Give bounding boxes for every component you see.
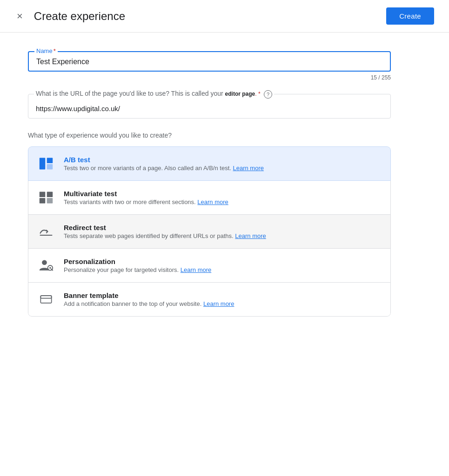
personalization-content: Personalization Personalize your page fo… bbox=[64, 258, 381, 273]
experience-item-personalization[interactable]: Personalization Personalize your page fo… bbox=[28, 248, 391, 283]
multivariate-content: Multivariate test Tests variants with tw… bbox=[64, 190, 381, 205]
name-label: Name* bbox=[34, 47, 58, 54]
multivariate-desc: Tests variants with two or more differen… bbox=[64, 198, 381, 205]
banner-learn-more[interactable]: Learn more bbox=[203, 300, 234, 307]
svg-rect-2 bbox=[47, 164, 53, 170]
url-label: What is the URL of the page you'd like t… bbox=[34, 90, 274, 99]
experience-item-redirect[interactable]: Redirect test Tests separate web pages i… bbox=[28, 214, 391, 249]
experience-item-ab-test[interactable]: A/B test Tests two or more variants of a… bbox=[28, 146, 391, 181]
create-button[interactable]: Create bbox=[386, 7, 434, 25]
header: × Create experience Create bbox=[0, 0, 449, 33]
experience-item-banner[interactable]: Banner template Add a notification banne… bbox=[28, 282, 391, 317]
banner-desc: Add a notification banner to the top of … bbox=[64, 300, 381, 307]
url-label-bold: editor page bbox=[225, 91, 255, 97]
redirect-title: Redirect test bbox=[64, 224, 381, 231]
redirect-icon bbox=[38, 223, 54, 240]
ab-test-icon bbox=[38, 155, 54, 172]
svg-point-10 bbox=[49, 267, 51, 269]
redirect-desc: Tests separate web pages identified by d… bbox=[64, 232, 381, 239]
ab-test-desc: Tests two or more variants of a page. Al… bbox=[64, 165, 381, 172]
name-required-marker: * bbox=[54, 47, 56, 54]
redirect-learn-more[interactable]: Learn more bbox=[235, 232, 266, 239]
svg-rect-12 bbox=[40, 296, 51, 298]
redirect-content: Redirect test Tests separate web pages i… bbox=[64, 224, 381, 239]
ab-test-learn-more[interactable]: Learn more bbox=[233, 165, 263, 172]
banner-title: Banner template bbox=[64, 291, 381, 299]
experience-type-question: What type of experience would you like t… bbox=[28, 132, 391, 139]
banner-content: Banner template Add a notification banne… bbox=[64, 291, 381, 307]
svg-point-8 bbox=[42, 260, 47, 265]
svg-rect-11 bbox=[40, 296, 51, 303]
help-icon[interactable]: ? bbox=[264, 90, 272, 99]
personalization-icon bbox=[38, 257, 54, 274]
url-required-marker: . * bbox=[255, 91, 260, 97]
name-field-wrapper: Name* bbox=[28, 51, 391, 72]
svg-rect-6 bbox=[47, 198, 53, 204]
header-left: × Create experience bbox=[15, 9, 125, 23]
char-count: 15 / 255 bbox=[28, 74, 391, 81]
svg-rect-0 bbox=[40, 158, 45, 170]
page-title: Create experience bbox=[34, 10, 125, 23]
multivariate-icon bbox=[38, 189, 54, 206]
personalization-title: Personalization bbox=[64, 258, 381, 265]
url-value: https://www.updigital.co.uk/ bbox=[36, 105, 383, 112]
multivariate-title: Multivariate test bbox=[64, 190, 381, 198]
url-field-group: What is the URL of the page you'd like t… bbox=[28, 94, 391, 119]
svg-rect-1 bbox=[47, 158, 53, 164]
url-field-wrapper: What is the URL of the page you'd like t… bbox=[28, 94, 391, 119]
multivariate-learn-more[interactable]: Learn more bbox=[197, 198, 228, 205]
experience-list: A/B test Tests two or more variants of a… bbox=[28, 146, 391, 317]
personalization-learn-more[interactable]: Learn more bbox=[181, 266, 211, 273]
ab-test-title: A/B test bbox=[64, 156, 381, 164]
experience-item-multivariate[interactable]: Multivariate test Tests variants with tw… bbox=[28, 180, 391, 215]
name-input[interactable] bbox=[36, 58, 382, 66]
name-field-group: Name* 15 / 255 bbox=[28, 51, 391, 81]
close-button[interactable]: × bbox=[15, 9, 25, 23]
ab-test-content: A/B test Tests two or more variants of a… bbox=[64, 156, 381, 172]
banner-icon bbox=[38, 291, 54, 308]
svg-rect-3 bbox=[40, 192, 45, 198]
url-label-text: What is the URL of the page you'd like t… bbox=[36, 90, 225, 97]
svg-rect-5 bbox=[40, 198, 45, 204]
main-content: Name* 15 / 255 What is the URL of the pa… bbox=[0, 33, 419, 348]
svg-rect-4 bbox=[47, 192, 53, 198]
experience-type-section: What type of experience would you like t… bbox=[28, 132, 391, 317]
personalization-desc: Personalize your page for targeted visit… bbox=[64, 266, 381, 273]
